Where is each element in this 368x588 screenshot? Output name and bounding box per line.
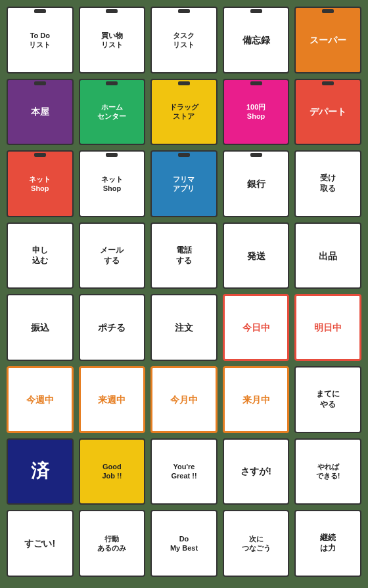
card-label-2: タスク リスト [173,31,195,50]
card-item-4[interactable]: スーパー [294,7,361,74]
card-label-35: すごい! [24,537,55,549]
card-label-38: 次に つなごう [242,534,271,553]
card-item-23[interactable]: 今日中 [223,294,290,361]
card-item-2[interactable]: タスク リスト [150,7,218,74]
card-item-28[interactable]: 来月中 [223,366,290,433]
card-item-10[interactable]: ネット Shop [7,150,74,217]
card-item-31[interactable]: Good Job !! [79,438,146,505]
card-item-35[interactable]: すごい! [7,510,74,577]
card-item-17[interactable]: 電話 する [150,222,218,289]
card-item-22[interactable]: 注文 [150,294,218,361]
card-label-22: 注文 [175,322,193,333]
card-item-14[interactable]: 受け 取る [294,150,361,217]
card-item-34[interactable]: やれば できる! [294,438,361,505]
card-label-14: 受け 取る [320,173,336,194]
card-label-10: ネット Shop [29,175,51,194]
card-item-33[interactable]: さすが! [223,438,290,505]
card-item-38[interactable]: 次に つなごう [223,510,290,577]
card-label-25: 今週中 [26,394,54,406]
card-item-13[interactable]: 銀行 [223,150,290,217]
card-item-27[interactable]: 今月中 [150,366,218,433]
card-item-16[interactable]: メール する [79,222,146,289]
card-item-36[interactable]: 行動 あるのみ [79,510,146,577]
card-label-6: ホーム センター [97,102,126,121]
card-item-24[interactable]: 明日中 [294,294,361,361]
card-label-27: 今月中 [170,394,198,406]
card-item-29[interactable]: まてに やる [294,366,361,433]
card-item-18[interactable]: 発送 [223,222,290,289]
card-item-1[interactable]: 買い物 リスト [79,7,146,74]
card-label-16: メール する [100,245,124,266]
card-item-19[interactable]: 出品 [294,222,361,289]
card-item-6[interactable]: ホーム センター [79,79,146,146]
card-item-11[interactable]: ネット Shop [79,150,146,217]
card-item-12[interactable]: フリマ アプリ [150,150,218,217]
card-label-4: スーパー [310,34,346,46]
card-item-32[interactable]: You're Great !! [150,438,218,505]
card-grid: To Do リスト買い物 リストタスク リスト備忘録スーパー本屋ホーム センター… [7,7,361,577]
card-item-20[interactable]: 振込 [7,294,74,361]
card-label-34: やれば できる! [316,462,340,481]
card-item-39[interactable]: 継続 は力 [294,510,361,577]
card-label-3: 備忘録 [242,34,270,46]
card-label-23: 今日中 [242,322,270,333]
card-label-32: You're Great !! [171,462,196,481]
card-label-30: 済 [31,459,49,483]
card-label-8: 100円 Shop [246,102,265,121]
card-label-31: Good Job !! [102,462,122,481]
card-item-5[interactable]: 本屋 [7,79,74,146]
card-label-21: ポチる [98,322,126,333]
card-item-26[interactable]: 来週中 [79,366,146,433]
card-label-26: 来週中 [98,394,126,406]
card-label-5: 本屋 [31,106,49,117]
card-label-33: さすが! [241,465,271,477]
card-item-25[interactable]: 今週中 [7,366,74,433]
card-item-8[interactable]: 100円 Shop [223,79,290,146]
card-label-12: フリマ アプリ [173,175,195,194]
card-label-19: 出品 [319,250,337,262]
card-item-9[interactable]: デパート [294,79,361,146]
card-label-18: 発送 [247,250,265,262]
card-item-30[interactable]: 済 [7,438,74,505]
card-item-0[interactable]: To Do リスト [7,7,74,74]
card-label-9: デパート [310,106,346,117]
card-item-15[interactable]: 申し 込む [7,222,74,289]
card-label-15: 申し 込む [32,245,48,266]
card-label-11: ネット Shop [101,175,123,194]
card-label-7: ドラッグ ストア [170,102,198,121]
card-label-17: 電話 する [176,245,192,266]
card-label-20: 振込 [31,322,49,333]
card-item-37[interactable]: Do My Best [150,510,218,577]
card-item-21[interactable]: ポチる [79,294,146,361]
card-item-7[interactable]: ドラッグ ストア [150,79,218,146]
card-label-28: 来月中 [242,394,270,406]
card-label-37: Do My Best [170,534,198,553]
card-label-0: To Do リスト [29,31,51,50]
card-label-24: 明日中 [314,322,342,333]
card-label-39: 継続 は力 [320,533,336,553]
card-label-29: まてに やる [316,389,340,410]
card-label-36: 行動 あるのみ [97,534,126,553]
card-item-3[interactable]: 備忘録 [223,7,290,74]
card-label-1: 買い物 リスト [101,31,123,50]
card-label-13: 銀行 [247,178,265,190]
